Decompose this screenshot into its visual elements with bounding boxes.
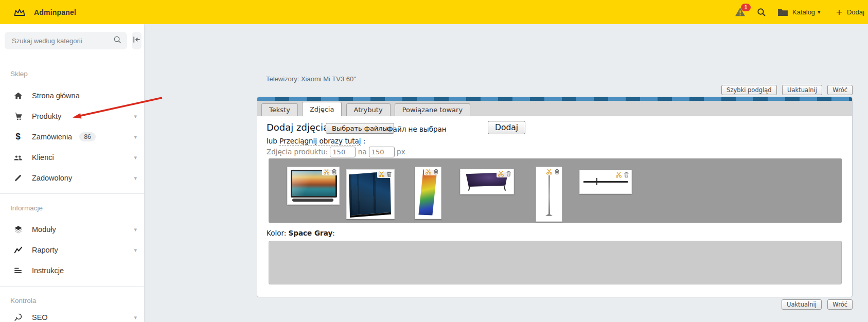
back-button[interactable]: Wróć (827, 85, 853, 95)
update-button[interactable]: Uaktualnij (782, 85, 822, 95)
sidebar-item-label: Strona główna (32, 92, 80, 100)
sidebar-item-label: Zamówienia (32, 133, 72, 141)
tv-thin-side-profile (548, 170, 550, 214)
section-header-kontrola: Kontrola (10, 297, 144, 306)
sidebar-item-label: Produkty (32, 112, 61, 120)
add-photos-label: Dodaj zdjęcia: (267, 122, 332, 133)
katalog-menu[interactable]: Katalog (792, 8, 815, 16)
drag-hint-suffix: : (361, 137, 366, 145)
crop-icon[interactable] (615, 171, 622, 178)
tab-teksty[interactable]: Teksty (261, 103, 298, 116)
chevron-down-icon[interactable]: ▾ (134, 247, 137, 254)
tab-zdjecia[interactable]: Zdjęcia (302, 102, 342, 116)
crop-icon[interactable] (378, 171, 385, 177)
back-button-bottom[interactable]: Wróć (827, 299, 853, 310)
search-icon (113, 35, 122, 46)
sidebar-item-klienci[interactable]: Klienci ▾ (0, 147, 144, 168)
crown-logo-icon (13, 8, 26, 17)
tv-leg-graphic (468, 186, 470, 191)
image-dropzone[interactable] (269, 158, 842, 223)
product-image-card[interactable] (287, 167, 340, 205)
folder-icon (777, 8, 788, 16)
chevron-down-icon[interactable]: ▾ (134, 175, 137, 182)
delete-icon[interactable] (505, 170, 512, 177)
tab-atrybuty[interactable]: Atrybuty (346, 103, 391, 116)
topbar: Adminpanel 1 Katalog ▾ + Dodaj (0, 0, 868, 24)
delete-icon[interactable] (623, 171, 630, 178)
sidebar-item-moduly[interactable]: Moduły ▾ (0, 219, 144, 240)
sidebar-collapse-button[interactable] (132, 32, 141, 49)
search-input[interactable] (11, 37, 113, 45)
product-image-card[interactable] (460, 169, 514, 194)
crop-icon[interactable] (323, 168, 330, 175)
cart-icon (12, 112, 24, 121)
sidebar-item-label: Instrukcje (32, 266, 64, 275)
sidebar: Sklep Strona główna Produkty ▾ $ Zamówie… (0, 24, 144, 322)
warning-icon[interactable]: 1 (735, 7, 746, 17)
tv-leg-graphic (504, 186, 506, 191)
file-status-text: Файл не выбран (387, 125, 447, 133)
tab-powiazane-towary[interactable]: Powiązane towary (395, 103, 470, 116)
delete-icon[interactable] (331, 168, 338, 175)
dodaj-upload-button[interactable]: Dodaj (488, 121, 525, 134)
sidebar-item-label: SEO (32, 313, 48, 321)
delete-icon[interactable] (433, 168, 439, 175)
category-search[interactable] (5, 32, 127, 49)
pencil-icon (12, 173, 24, 183)
image-size-label: Zdjęcia produktu: (267, 148, 328, 156)
chevron-down-icon: ▾ (818, 9, 821, 15)
people-icon (12, 153, 24, 163)
product-image-card[interactable] (346, 169, 395, 219)
crop-icon[interactable] (498, 170, 504, 177)
drag-hint-link[interactable]: Przeciągnij obrazy tutaj (279, 137, 361, 146)
delete-icon[interactable] (554, 168, 560, 175)
product-image-card[interactable] (415, 167, 441, 219)
sidebar-item-strona-glowna[interactable]: Strona główna (0, 85, 144, 106)
tv-angled-night-city (349, 171, 391, 218)
sidebar-item-label: Moduły (32, 225, 56, 234)
product-edit-panel: Teksty Zdjęcia Atrybuty Powiązane towary… (257, 97, 853, 297)
chevron-down-icon[interactable]: ▾ (134, 226, 137, 233)
soundbar-graphic (292, 199, 333, 202)
section-header-informacje: Informacje (10, 204, 144, 213)
chevron-down-icon[interactable]: ▾ (134, 314, 137, 321)
chevron-down-icon[interactable]: ▾ (134, 113, 137, 120)
tab-bar: Teksty Zdjęcia Atrybuty Powiązane towary (257, 101, 852, 116)
update-button-bottom[interactable]: Uaktualnij (782, 299, 822, 310)
color-image-dropzone[interactable] (269, 241, 842, 284)
orders-count-badge: 86 (79, 132, 96, 141)
chevron-down-icon[interactable]: ▾ (134, 134, 137, 140)
sidebar-item-instrukcje[interactable]: Instrukcje (0, 260, 144, 281)
delete-icon[interactable] (386, 171, 393, 177)
collapse-icon (132, 35, 141, 46)
image-width-input[interactable] (330, 147, 356, 157)
image-height-input[interactable] (369, 147, 395, 157)
crop-icon[interactable] (546, 168, 553, 175)
color-label-suffix: : (332, 229, 335, 237)
add-button[interactable]: Dodaj (847, 8, 864, 16)
image-size-row: Zdjęcia produktu: na px (267, 147, 405, 157)
breadcrumb: Telewizory: Xiaomi Mi TV3 60" (266, 75, 356, 83)
sidebar-item-produkty[interactable]: Produkty ▾ (0, 106, 144, 127)
sidebar-item-label: Klienci (32, 153, 54, 162)
panel-accent-stripe (257, 97, 852, 101)
notification-badge: 1 (741, 4, 751, 11)
choose-files-button[interactable]: Выбрать файлы (326, 123, 394, 134)
sidebar-item-zamowienia[interactable]: $ Zamówienia 86 ▾ (0, 127, 144, 147)
search-icon[interactable] (757, 8, 766, 17)
tv-base-graphic (545, 213, 553, 216)
drag-drop-hint: lub Przeciągnij obrazy tutaj : (267, 137, 365, 145)
sidebar-item-seo[interactable]: SEO ▾ (0, 307, 144, 322)
product-image-card[interactable] (536, 167, 562, 222)
chevron-down-icon[interactable]: ▾ (134, 154, 137, 161)
product-image-card[interactable] (579, 170, 632, 194)
sidebar-item-label: Zadowolony (32, 174, 72, 182)
seo-icon (12, 313, 24, 322)
section-header-sklep: Sklep (10, 70, 144, 79)
crop-icon[interactable] (425, 168, 432, 175)
sidebar-item-raporty[interactable]: Raporty ▾ (0, 240, 144, 260)
tv-thin-top-profile (583, 181, 628, 183)
quick-preview-button[interactable]: Szybki podgląd (721, 85, 776, 95)
color-variant-label: Kolor: Space Gray: (267, 229, 335, 237)
sidebar-item-zadowolony[interactable]: Zadowolony ▾ (0, 168, 144, 188)
